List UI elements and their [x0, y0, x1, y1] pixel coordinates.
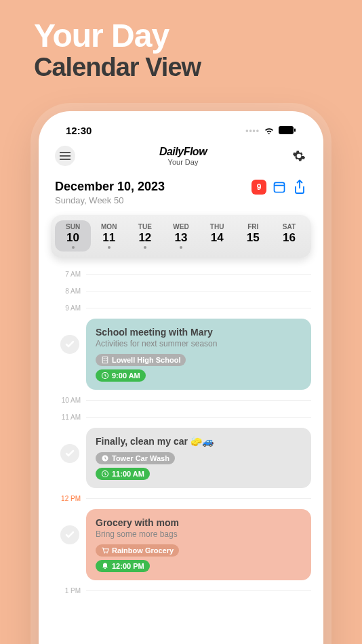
event-title: Finally, clean my car 🧽🚙	[96, 436, 302, 447]
day-dot	[108, 246, 110, 249]
day-number: 14	[199, 231, 235, 245]
time-divider	[86, 274, 311, 275]
time-divider	[86, 498, 311, 499]
location-pill: Tower Car Wash	[96, 452, 175, 464]
day-cell-wed[interactable]: WED 13	[163, 220, 199, 251]
notification-badge[interactable]: 9	[252, 180, 266, 195]
location-text: Tower Car Wash	[112, 454, 169, 462]
event-check[interactable]	[60, 525, 79, 544]
time-pill: 11:00 AM	[96, 468, 150, 480]
day-cell-thu[interactable]: THU 14	[199, 220, 235, 251]
time-divider	[86, 291, 311, 291]
day-name: MON	[91, 223, 127, 230]
hero-title: Your Day	[34, 19, 201, 53]
day-cell-sun[interactable]: SUN 10	[55, 220, 91, 251]
time-label-8am: 8 AM	[51, 287, 81, 295]
svg-rect-1	[294, 129, 296, 132]
status-bar: 12:30 ••••	[51, 122, 311, 140]
day-cell-fri[interactable]: FRI 15	[235, 220, 271, 251]
time-text: 11:00 AM	[112, 470, 144, 478]
app-subtitle: Your Day	[159, 158, 207, 166]
time-label-7am: 7 AM	[51, 270, 81, 278]
battery-icon	[279, 125, 296, 136]
location-text: Rainbow Grocery	[112, 546, 174, 555]
calendar-icon	[273, 180, 286, 194]
event-card-school[interactable]: School meeting with Mary Activities for …	[86, 319, 311, 390]
event-desc: Activities for next summer season	[96, 339, 302, 348]
day-dot	[72, 246, 75, 249]
day-number: 16	[271, 231, 307, 245]
day-name: THU	[199, 223, 235, 230]
share-button[interactable]	[292, 180, 307, 195]
event-desc: Bring some more bags	[96, 529, 302, 539]
time-label-9am: 9 AM	[51, 304, 81, 312]
settings-button[interactable]	[291, 148, 307, 164]
day-number: 11	[91, 231, 127, 245]
date-subtitle: Sunday, Week 50	[55, 195, 165, 205]
event-title: Grocery with mom	[96, 517, 302, 528]
day-dot	[144, 246, 146, 249]
location-pill: Lowell High School	[96, 354, 186, 366]
svg-rect-0	[279, 126, 294, 134]
status-time: 12:30	[66, 125, 92, 136]
day-number: 10	[55, 231, 91, 245]
clock-icon	[101, 371, 109, 380]
clock-icon	[101, 454, 109, 462]
time-text: 9:00 AM	[112, 371, 140, 380]
day-name: SUN	[55, 223, 91, 230]
day-cell-sat[interactable]: SAT 16	[271, 220, 307, 251]
hero-subtitle: Calendar View	[34, 53, 201, 82]
time-divider	[86, 590, 311, 591]
svg-rect-6	[106, 358, 107, 359]
day-number: 12	[127, 231, 163, 245]
time-divider	[86, 417, 311, 418]
svg-rect-4	[102, 357, 108, 363]
week-strip[interactable]: SUN 10 MON 11 TUE 12 WED 13 THU 14 FRI 1…	[51, 215, 311, 258]
check-icon	[64, 529, 75, 540]
event-check[interactable]	[60, 444, 79, 463]
event-title: School meeting with Mary	[96, 327, 302, 338]
day-number: 13	[163, 231, 199, 245]
day-cell-tue[interactable]: TUE 12	[127, 220, 163, 251]
time-label-12pm: 12 PM	[51, 495, 81, 502]
svg-rect-8	[106, 360, 107, 361]
timeline[interactable]: 7 AM 8 AM 9 AM School meeting with Mary …	[51, 270, 311, 595]
app-title: DailyFlow	[159, 146, 207, 158]
svg-rect-5	[104, 358, 105, 359]
calendar-button[interactable]	[272, 180, 287, 195]
time-pill: 9:00 AM	[96, 369, 146, 382]
hamburger-icon	[60, 152, 71, 160]
time-text: 12:00 PM	[112, 562, 144, 570]
day-name: SAT	[271, 223, 307, 230]
svg-point-13	[106, 552, 108, 554]
time-divider	[86, 400, 311, 401]
location-text: Lowell High School	[112, 356, 180, 364]
wifi-icon	[264, 125, 275, 136]
check-icon	[64, 339, 75, 350]
day-dot	[180, 246, 182, 249]
event-card-grocery[interactable]: Grocery with mom Bring some more bags Ra…	[86, 509, 311, 580]
time-label-10am: 10 AM	[51, 397, 81, 404]
date-title: December 10, 2023	[55, 180, 165, 194]
day-name: WED	[163, 223, 199, 230]
svg-rect-2	[275, 182, 285, 192]
day-cell-mon[interactable]: MON 11	[91, 220, 127, 251]
time-label-1pm: 1 PM	[51, 587, 81, 595]
time-pill: 12:00 PM	[96, 560, 150, 572]
menu-button[interactable]	[55, 146, 75, 166]
bell-icon	[101, 562, 109, 570]
location-pill: Rainbow Grocery	[96, 544, 179, 557]
cart-icon	[101, 546, 109, 555]
event-card-car[interactable]: Finally, clean my car 🧽🚙 Tower Car Wash …	[86, 428, 311, 488]
day-number: 15	[235, 231, 271, 245]
check-icon	[64, 448, 75, 459]
building-icon	[101, 356, 109, 364]
svg-point-12	[104, 552, 106, 554]
cellular-icon: ••••	[245, 126, 260, 136]
clock-icon	[101, 470, 109, 478]
svg-rect-7	[104, 360, 105, 361]
time-divider	[86, 308, 311, 308]
event-check[interactable]	[60, 335, 79, 354]
gear-icon	[292, 149, 306, 163]
day-name: TUE	[127, 223, 163, 230]
